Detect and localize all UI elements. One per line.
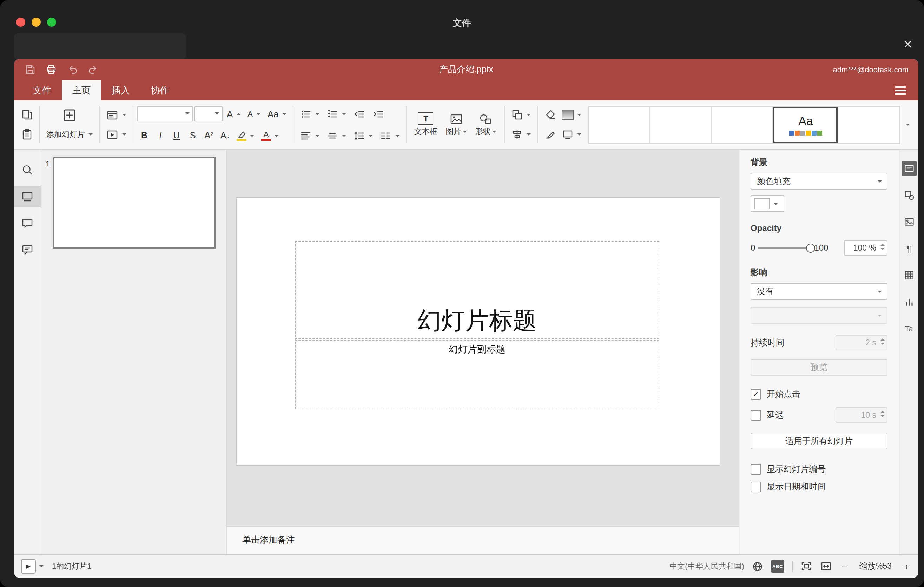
decrease-font-button[interactable]: A bbox=[245, 105, 263, 123]
language-label[interactable]: 中文(中华人民共和国) bbox=[670, 561, 744, 572]
comments-icon[interactable] bbox=[14, 213, 41, 234]
chat-icon[interactable] bbox=[14, 239, 41, 261]
image-settings-icon[interactable] bbox=[901, 214, 917, 229]
columns-button[interactable] bbox=[377, 126, 402, 145]
slide-subtitle-placeholder[interactable]: 幻灯片副标题 bbox=[295, 338, 659, 409]
align-shape-button[interactable] bbox=[508, 125, 534, 143]
vertical-align-button[interactable] bbox=[324, 126, 349, 145]
copy-button[interactable] bbox=[18, 106, 36, 124]
undo-icon[interactable] bbox=[66, 63, 79, 76]
language-globe-icon[interactable] bbox=[752, 561, 763, 572]
background-fill-select[interactable]: 颜色填充 bbox=[751, 173, 888, 190]
zoom-out-button[interactable]: − bbox=[840, 561, 850, 572]
fit-width-icon[interactable] bbox=[820, 561, 832, 572]
arrange-shape-button[interactable] bbox=[508, 106, 534, 124]
redo-icon[interactable] bbox=[87, 63, 100, 76]
bold-button[interactable]: B bbox=[137, 127, 152, 144]
bullet-list-button[interactable] bbox=[297, 105, 322, 123]
search-icon[interactable] bbox=[14, 159, 41, 180]
duration-input[interactable]: 2 s bbox=[835, 335, 888, 350]
tab-insert[interactable]: 插入 bbox=[101, 80, 140, 101]
opacity-slider[interactable] bbox=[758, 247, 811, 249]
show-slide-number-row: 显示幻灯片编号 bbox=[751, 463, 888, 475]
effect-option-select[interactable] bbox=[751, 307, 888, 324]
theme-tile-selected[interactable]: Aa bbox=[774, 106, 838, 143]
statusbar-divider bbox=[792, 561, 793, 572]
increase-indent-button[interactable] bbox=[369, 105, 387, 123]
clipboard-group bbox=[18, 106, 36, 143]
duration-spinner[interactable] bbox=[881, 338, 885, 345]
paste-button[interactable] bbox=[18, 125, 36, 143]
theme-tile[interactable] bbox=[838, 106, 899, 143]
opacity-input[interactable]: 100 % bbox=[844, 240, 888, 256]
print-icon[interactable] bbox=[45, 63, 58, 76]
fill-color-picker[interactable] bbox=[751, 195, 784, 212]
insert-textbox-button[interactable]: T 文本框 bbox=[410, 112, 442, 137]
font-group: A A Aa B I U S A² A₂ bbox=[137, 104, 289, 146]
slide-settings-icon[interactable] bbox=[901, 161, 917, 176]
horizontal-align-button[interactable] bbox=[297, 126, 322, 145]
font-name-select[interactable] bbox=[137, 106, 193, 122]
shape-settings-icon[interactable] bbox=[901, 188, 917, 203]
copy-style-button[interactable] bbox=[541, 125, 559, 143]
tab-collaboration[interactable]: 协作 bbox=[140, 80, 180, 101]
subscript-button[interactable]: A₂ bbox=[218, 127, 233, 144]
textart-settings-icon[interactable]: Ta bbox=[901, 321, 917, 336]
effect-select[interactable]: 没有 bbox=[751, 283, 888, 300]
italic-button[interactable]: I bbox=[153, 127, 168, 144]
opacity-spinner[interactable] bbox=[881, 244, 885, 250]
start-slideshow-button[interactable] bbox=[103, 125, 129, 143]
highlight-color-button[interactable] bbox=[234, 126, 257, 145]
theme-tile[interactable] bbox=[589, 106, 650, 143]
table-settings-icon[interactable] bbox=[901, 267, 917, 283]
insert-shape-button[interactable]: 形状 bbox=[471, 113, 501, 137]
insert-image-button[interactable]: 图片 bbox=[442, 113, 471, 137]
preview-button[interactable]: 预览 bbox=[751, 359, 888, 376]
superscript-button[interactable]: A² bbox=[201, 127, 216, 144]
underline-button[interactable]: U bbox=[169, 127, 184, 144]
start-slideshow-status-button[interactable]: ▶ bbox=[21, 559, 43, 574]
numbered-list-button[interactable] bbox=[324, 105, 349, 123]
delay-spinner[interactable] bbox=[881, 411, 885, 417]
line-spacing-button[interactable] bbox=[350, 126, 376, 145]
zoom-in-button[interactable]: + bbox=[901, 561, 911, 572]
delay-input[interactable]: 10 s bbox=[835, 407, 888, 423]
slide-size-button[interactable] bbox=[559, 125, 584, 143]
slide-thumbnail[interactable] bbox=[53, 157, 216, 249]
fill-style-button[interactable] bbox=[559, 106, 584, 124]
font-size-select[interactable] bbox=[195, 106, 223, 122]
close-icon[interactable]: × bbox=[900, 36, 916, 52]
strikethrough-button[interactable]: S bbox=[185, 127, 200, 144]
increase-font-button[interactable]: A bbox=[224, 105, 243, 123]
slide[interactable]: 幻灯片标题 幻灯片副标题 bbox=[237, 198, 720, 465]
slide-canvas[interactable]: 幻灯片标题 幻灯片副标题 bbox=[227, 150, 739, 526]
theme-tile[interactable] bbox=[712, 106, 774, 143]
chart-settings-icon[interactable] bbox=[901, 294, 917, 310]
theme-gallery-expand-button[interactable] bbox=[900, 124, 914, 126]
slide-title-placeholder[interactable]: 幻灯片标题 bbox=[295, 241, 659, 341]
slides-panel-icon[interactable] bbox=[14, 186, 41, 207]
theme-tile[interactable] bbox=[650, 106, 712, 143]
show-slide-number-checkbox[interactable] bbox=[751, 464, 761, 475]
start-click-checkbox[interactable]: ✓ bbox=[751, 389, 761, 399]
slide-layout-button[interactable] bbox=[103, 106, 129, 124]
add-slide-menu-button[interactable]: 添加幻灯片 bbox=[43, 125, 96, 143]
tab-file[interactable]: 文件 bbox=[23, 80, 62, 101]
tab-home[interactable]: 主页 bbox=[62, 80, 101, 101]
fit-slide-icon[interactable] bbox=[800, 561, 812, 572]
spellcheck-icon[interactable]: ABC bbox=[771, 560, 784, 573]
menu-icon[interactable] bbox=[891, 83, 910, 97]
font-color-button[interactable]: A bbox=[258, 126, 282, 145]
paragraph-settings-icon[interactable]: ¶ bbox=[901, 241, 917, 256]
decrease-indent-button[interactable] bbox=[350, 105, 368, 123]
delay-checkbox[interactable] bbox=[751, 410, 761, 420]
apply-all-button[interactable]: 适用于所有幻灯片 bbox=[751, 432, 888, 449]
show-datetime-checkbox[interactable] bbox=[751, 481, 761, 492]
duration-label: 持续时间 bbox=[751, 337, 784, 349]
save-icon[interactable] bbox=[24, 63, 36, 76]
opacity-slider-knob[interactable] bbox=[806, 244, 815, 253]
change-case-button[interactable]: Aa bbox=[265, 105, 289, 123]
add-slide-button[interactable] bbox=[60, 106, 79, 124]
notes-area[interactable]: 单击添加备注 bbox=[227, 526, 739, 554]
clear-style-button[interactable] bbox=[541, 106, 559, 124]
